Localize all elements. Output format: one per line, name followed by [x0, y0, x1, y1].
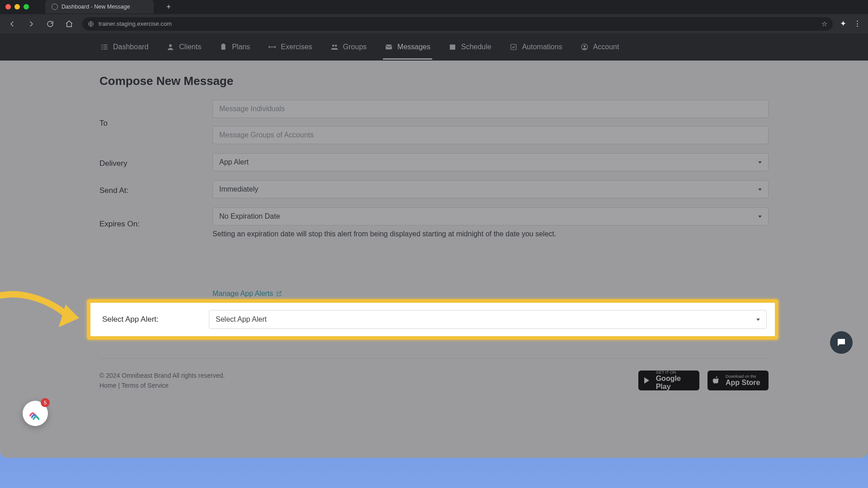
- svg-rect-5: [101, 49, 103, 50]
- footer-tos-link[interactable]: Terms of Service: [122, 382, 169, 389]
- window-minimize-button[interactable]: [14, 4, 20, 9]
- copyright-text: © 2024 Omnibeast Brand All rights reserv…: [99, 371, 225, 380]
- highlight-select-app-alert-row: Select App Alert: Select App Alert: [87, 299, 778, 340]
- svg-point-20: [583, 45, 585, 47]
- window-close-button[interactable]: [5, 4, 11, 9]
- nav-label: Automations: [522, 43, 562, 51]
- nav-label: Groups: [343, 43, 367, 51]
- globe-icon: [52, 4, 58, 10]
- external-link-icon: [276, 291, 282, 297]
- link-text: Manage App Alerts: [212, 290, 273, 298]
- page-title: Compose New Message: [99, 74, 769, 88]
- google-play-badge[interactable]: GET IT ONGoogle Play: [638, 371, 699, 390]
- tab-title: Dashboard - New Message: [61, 4, 130, 10]
- check-square-icon: [509, 43, 518, 51]
- delivery-select[interactable]: App Alert: [212, 153, 769, 171]
- notification-badge: 5: [41, 398, 50, 407]
- svg-rect-9: [222, 44, 225, 45]
- forward-button[interactable]: [25, 18, 37, 30]
- calendar-icon: [448, 43, 457, 51]
- expires-select[interactable]: No Expiration Date: [212, 207, 769, 225]
- select-app-alert-dropdown[interactable]: Select App Alert: [209, 310, 767, 329]
- svg-rect-4: [104, 47, 108, 47]
- svg-rect-8: [222, 44, 226, 50]
- browser-tab[interactable]: Dashboard - New Message: [45, 0, 154, 14]
- user-icon: [166, 43, 175, 51]
- nav-label: Messages: [397, 43, 430, 51]
- nav-dashboard[interactable]: Dashboard: [99, 35, 149, 59]
- clipboard-icon: [219, 43, 227, 51]
- chat-launcher-button[interactable]: [830, 331, 853, 354]
- window-maximize-button[interactable]: [24, 4, 29, 9]
- label-delivery: Delivery: [99, 156, 212, 168]
- address-bar[interactable]: trainer.staging.exercise.com ☆: [82, 17, 833, 31]
- nav-automations[interactable]: Automations: [509, 35, 563, 59]
- nav-clients[interactable]: Clients: [165, 35, 202, 59]
- dumbbell-icon: [268, 43, 276, 51]
- nav-label: Schedule: [461, 43, 491, 51]
- bookmark-star-icon[interactable]: ☆: [821, 20, 827, 28]
- expires-value: No Expiration Date: [219, 212, 280, 221]
- label-expires: Expires On:: [99, 217, 212, 229]
- svg-rect-2: [104, 45, 108, 46]
- nav-messages[interactable]: Messages: [384, 35, 431, 59]
- svg-rect-12: [270, 47, 274, 47]
- label-select-app-alert: Select App Alert:: [102, 315, 209, 324]
- google-play-icon: [643, 375, 651, 385]
- wave-icon: [28, 407, 42, 420]
- group-icon: [330, 43, 339, 51]
- extensions-icon[interactable]: ✦: [840, 19, 846, 28]
- url-text: trainer.staging.exercise.com: [99, 20, 172, 27]
- label-to: To: [99, 116, 212, 128]
- nav-groups[interactable]: Groups: [330, 35, 368, 59]
- app-store-badge[interactable]: Download on theApp Store: [708, 371, 769, 390]
- svg-rect-6: [104, 49, 108, 50]
- svg-rect-18: [511, 44, 516, 50]
- svg-rect-17: [450, 45, 455, 46]
- envelope-icon: [385, 43, 393, 51]
- to-individuals-input[interactable]: [212, 100, 769, 118]
- select-app-alert-value: Select App Alert: [216, 315, 267, 324]
- home-button[interactable]: [63, 18, 75, 30]
- chevron-down-icon: [758, 216, 762, 218]
- chat-icon: [836, 337, 847, 348]
- svg-point-14: [335, 45, 337, 47]
- svg-point-13: [332, 45, 334, 47]
- nav-schedule[interactable]: Schedule: [448, 35, 492, 59]
- send-at-value: Immediately: [219, 185, 258, 193]
- help-widget-button[interactable]: 5: [23, 401, 48, 426]
- apple-icon: [712, 375, 721, 385]
- footer-home-link[interactable]: Home: [99, 382, 116, 389]
- nav-exercises[interactable]: Exercises: [267, 35, 313, 59]
- browser-menu-icon[interactable]: ⋮: [854, 19, 862, 28]
- nav-label: Account: [593, 43, 619, 51]
- send-at-select[interactable]: Immediately: [212, 180, 769, 198]
- chevron-down-icon: [758, 188, 762, 191]
- site-info-icon: [88, 21, 94, 27]
- nav-label: Clients: [179, 43, 201, 51]
- list-icon: [100, 43, 108, 51]
- account-icon: [580, 43, 589, 51]
- to-groups-input[interactable]: [212, 126, 769, 144]
- delivery-value: App Alert: [219, 158, 249, 166]
- nav-label: Exercises: [281, 43, 312, 51]
- svg-rect-11: [274, 46, 275, 48]
- svg-rect-15: [386, 45, 392, 50]
- manage-app-alerts-link[interactable]: Manage App Alerts: [212, 290, 282, 298]
- app-top-nav: Dashboard Clients Plans Exercises Groups: [0, 33, 868, 61]
- svg-point-7: [169, 44, 172, 47]
- new-tab-button[interactable]: +: [164, 2, 174, 12]
- nav-label: Dashboard: [113, 43, 148, 51]
- chevron-down-icon: [756, 319, 760, 321]
- label-send-at: Send At:: [99, 183, 212, 195]
- svg-rect-1: [101, 45, 103, 46]
- svg-rect-3: [101, 47, 103, 47]
- chevron-down-icon: [758, 161, 762, 164]
- expires-help-text: Setting an expiration date will stop thi…: [212, 230, 769, 238]
- nav-plans[interactable]: Plans: [218, 35, 251, 59]
- back-button[interactable]: [6, 18, 18, 30]
- reload-button[interactable]: [44, 18, 56, 30]
- svg-rect-10: [269, 46, 270, 48]
- nav-label: Plans: [232, 43, 250, 51]
- nav-account[interactable]: Account: [580, 35, 620, 59]
